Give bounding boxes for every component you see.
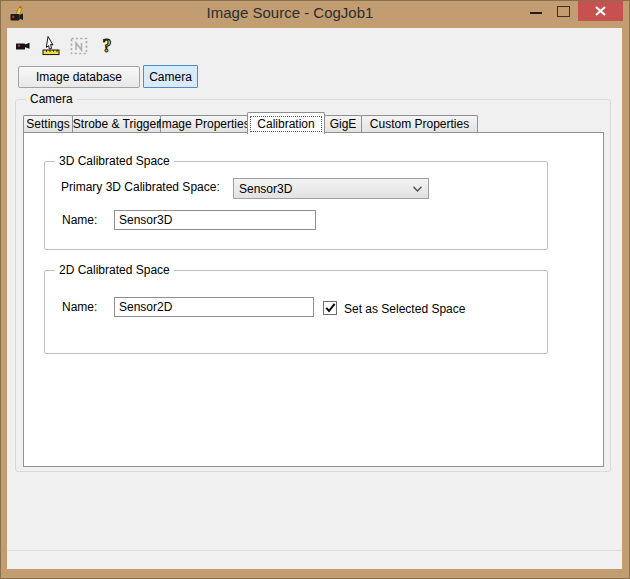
maximize-icon bbox=[557, 6, 570, 17]
maximize-button[interactable] bbox=[551, 0, 576, 22]
2d-calibrated-space-label: 2D Calibrated Space bbox=[55, 263, 174, 277]
tab-strobe-trigger[interactable]: Strobe & Trigger bbox=[72, 115, 161, 132]
region-tool-button bbox=[67, 34, 91, 58]
tab-calibration[interactable]: Calibration bbox=[247, 112, 325, 134]
primary-3d-space-label: Primary 3D Calibrated Space: bbox=[61, 180, 220, 194]
tab-image-properties-label: Image Properties bbox=[158, 117, 249, 131]
toolbar: ? bbox=[11, 33, 123, 59]
tab-settings-label: Settings bbox=[26, 117, 69, 131]
calibration-tool-button[interactable] bbox=[39, 34, 63, 58]
tab-settings[interactable]: Settings bbox=[23, 115, 73, 132]
chevron-down-icon bbox=[413, 186, 422, 192]
image-database-button-label: Image database bbox=[36, 70, 122, 84]
tab-image-properties[interactable]: Image Properties bbox=[160, 115, 248, 132]
image-database-button[interactable]: Image database bbox=[18, 66, 140, 88]
client-area: ? Image database Camera Camera Settings … bbox=[7, 28, 622, 569]
tab-gige[interactable]: GigE bbox=[324, 115, 362, 132]
dashed-region-icon bbox=[69, 36, 89, 56]
camera-tab-strip: Settings Strobe & Trigger Image Properti… bbox=[23, 112, 477, 133]
minimize-button[interactable] bbox=[521, 0, 551, 22]
primary-3d-space-dropdown[interactable]: Sensor3D bbox=[233, 178, 429, 199]
help-icon: ? bbox=[103, 36, 112, 56]
camera-groupbox-label: Camera bbox=[26, 92, 77, 106]
3d-calibrated-space-groupbox: 3D Calibrated Space bbox=[44, 161, 548, 250]
camera-button[interactable]: Camera bbox=[143, 65, 198, 88]
tab-gige-label: GigE bbox=[330, 117, 357, 131]
3d-name-input[interactable] bbox=[114, 210, 316, 230]
primary-3d-space-dropdown-value: Sensor3D bbox=[239, 182, 292, 196]
tab-strobe-trigger-label: Strobe & Trigger bbox=[73, 117, 160, 131]
minimize-icon bbox=[530, 12, 542, 14]
camera-icon bbox=[13, 36, 33, 56]
window-title: Image Source - CogJob1 bbox=[60, 4, 520, 24]
pointer-ruler-icon bbox=[40, 35, 62, 57]
2d-name-label: Name: bbox=[62, 300, 97, 314]
calibration-tab-page: 3D Calibrated Space Primary 3D Calibrate… bbox=[23, 132, 604, 467]
tab-focus-ring bbox=[250, 116, 322, 132]
close-button[interactable] bbox=[578, 1, 623, 21]
checkbox-check-icon bbox=[325, 303, 336, 313]
help-button[interactable]: ? bbox=[95, 34, 119, 58]
acquire-image-button[interactable] bbox=[11, 34, 35, 58]
statusbar-separator bbox=[7, 550, 622, 551]
titlebar: Image Source - CogJob1 bbox=[0, 0, 630, 28]
window-icon camera-pen-icon bbox=[9, 5, 27, 23]
close-x-icon bbox=[595, 6, 606, 16]
tab-custom-properties[interactable]: Custom Properties bbox=[361, 115, 478, 132]
set-as-selected-space-checkbox[interactable] bbox=[323, 301, 337, 315]
set-as-selected-space-checkbox-label: Set as Selected Space bbox=[344, 302, 465, 316]
2d-name-input[interactable] bbox=[114, 297, 314, 317]
image-source-window: Image Source - CogJob1 bbox=[0, 0, 630, 579]
camera-button-label: Camera bbox=[149, 70, 192, 84]
3d-name-label: Name: bbox=[62, 213, 97, 227]
tab-custom-properties-label: Custom Properties bbox=[370, 117, 469, 131]
3d-calibrated-space-label: 3D Calibrated Space bbox=[55, 154, 174, 168]
